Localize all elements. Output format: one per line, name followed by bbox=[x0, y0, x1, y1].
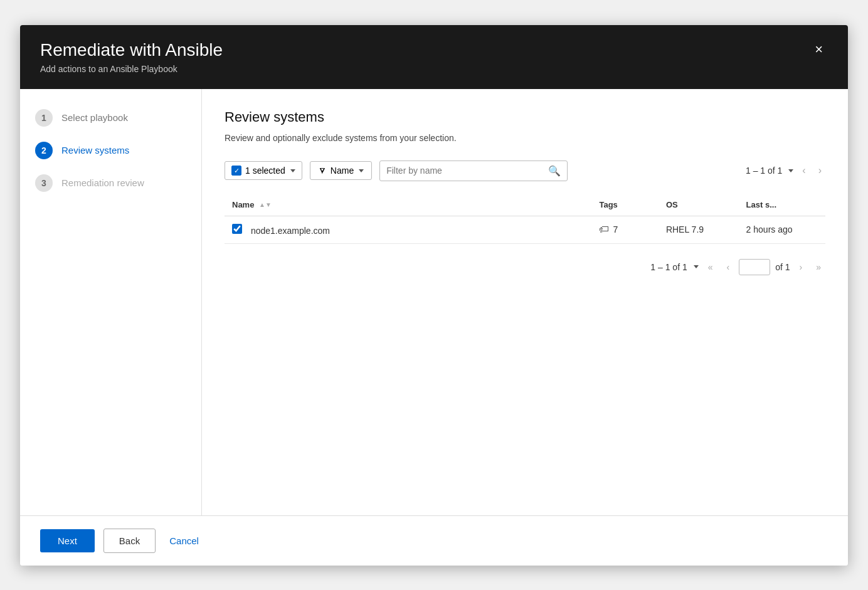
step-2-label: Review systems bbox=[61, 145, 129, 155]
col-header-tags: Tags bbox=[591, 194, 658, 216]
toolbar-pagination: 1 – 1 of 1 ‹ › bbox=[746, 164, 825, 177]
table-header: Name ▲▼ Tags OS Last s... bbox=[225, 194, 825, 216]
cancel-button[interactable]: Cancel bbox=[164, 529, 204, 552]
sidebar-step-3[interactable]: 3 Remediation review bbox=[35, 174, 186, 192]
pagination-range: 1 – 1 of 1 bbox=[746, 166, 782, 176]
section-desc: Review and optionally exclude systems fr… bbox=[225, 133, 825, 143]
modal-header-text: Remediate with Ansible Add actions to an… bbox=[40, 40, 223, 74]
filter-icon: ⛛ bbox=[318, 166, 327, 176]
step-2-number: 2 bbox=[35, 142, 53, 159]
pagination-prev-button[interactable]: ‹ bbox=[798, 164, 809, 177]
modal-subtitle: Add actions to an Ansible Playbook bbox=[40, 64, 223, 74]
step-3-label: Remediation review bbox=[61, 177, 144, 188]
selected-dropdown[interactable]: ✓ 1 selected bbox=[225, 161, 302, 180]
main-content: Review systems Review and optionally exc… bbox=[202, 89, 848, 515]
select-all-checkbox[interactable]: ✓ bbox=[231, 166, 241, 176]
step-3-number: 3 bbox=[35, 174, 53, 192]
bottom-pagination-chevron-icon bbox=[694, 265, 699, 268]
next-page-button[interactable]: › bbox=[795, 260, 807, 274]
pagination-next-button[interactable]: › bbox=[815, 164, 825, 177]
next-button[interactable]: Next bbox=[40, 529, 95, 552]
col-header-os: OS bbox=[659, 194, 739, 216]
modal-body: 1 Select playbook 2 Review systems 3 Rem… bbox=[20, 89, 848, 515]
close-button[interactable]: × bbox=[810, 40, 828, 59]
first-page-button[interactable]: « bbox=[704, 260, 717, 274]
of-label: of 1 bbox=[775, 262, 790, 272]
bottom-pagination: 1 – 1 of 1 « ‹ 1 of 1 › » bbox=[225, 259, 825, 275]
sidebar-step-2[interactable]: 2 Review systems bbox=[35, 142, 186, 159]
row-hostname: node1.example.com bbox=[251, 226, 330, 236]
prev-page-button[interactable]: ‹ bbox=[722, 260, 734, 274]
modal-footer: Next Back Cancel bbox=[20, 515, 848, 566]
row-os-cell: RHEL 7.9 bbox=[659, 216, 739, 243]
row-name-cell: node1.example.com bbox=[225, 216, 591, 243]
search-input[interactable] bbox=[386, 166, 548, 176]
section-title: Review systems bbox=[225, 109, 825, 125]
table-body: node1.example.com 🏷 7 RHEL 7.9 2 hours a… bbox=[225, 216, 825, 243]
tag-icon: 🏷 bbox=[599, 224, 609, 235]
filter-chevron-icon bbox=[359, 169, 364, 172]
toolbar: ✓ 1 selected ⛛ Name 🔍 1 – 1 of 1 ‹ bbox=[225, 161, 825, 181]
remediate-modal: Remediate with Ansible Add actions to an… bbox=[20, 25, 848, 566]
row-tags-count: 7 bbox=[613, 224, 618, 234]
col-header-last-seen: Last s... bbox=[739, 194, 825, 216]
selected-label: 1 selected bbox=[245, 166, 285, 176]
selected-chevron-icon bbox=[290, 169, 295, 172]
col-header-name: Name ▲▼ bbox=[225, 194, 591, 216]
filter-dropdown[interactable]: ⛛ Name bbox=[310, 161, 372, 180]
filter-label: Name bbox=[331, 166, 354, 176]
modal-header: Remediate with Ansible Add actions to an… bbox=[20, 25, 848, 89]
pagination-chevron-icon bbox=[788, 169, 793, 172]
row-tags-cell: 🏷 7 bbox=[591, 216, 658, 243]
sidebar: 1 Select playbook 2 Review systems 3 Rem… bbox=[20, 89, 202, 515]
modal-title: Remediate with Ansible bbox=[40, 40, 223, 60]
systems-table: Name ▲▼ Tags OS Last s... node1.example.… bbox=[225, 194, 825, 244]
sort-icon: ▲▼ bbox=[259, 202, 272, 208]
sidebar-step-1[interactable]: 1 Select playbook bbox=[35, 109, 186, 127]
page-input[interactable]: 1 bbox=[739, 259, 770, 275]
last-page-button[interactable]: » bbox=[812, 260, 825, 274]
back-button[interactable]: Back bbox=[103, 529, 156, 553]
step-1-number: 1 bbox=[35, 109, 53, 127]
row-last-seen-cell: 2 hours ago bbox=[739, 216, 825, 243]
search-box: 🔍 bbox=[379, 161, 568, 181]
bottom-pagination-range: 1 – 1 of 1 bbox=[650, 262, 687, 272]
table-row: node1.example.com 🏷 7 RHEL 7.9 2 hours a… bbox=[225, 216, 825, 243]
row-checkbox[interactable] bbox=[232, 224, 242, 234]
step-1-label: Select playbook bbox=[61, 112, 128, 123]
search-icon: 🔍 bbox=[548, 165, 561, 177]
